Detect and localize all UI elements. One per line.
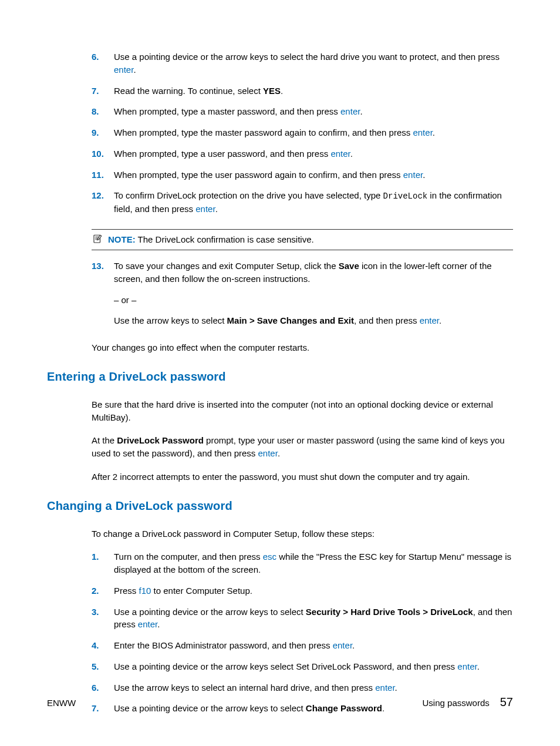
key-enter: enter: [138, 619, 157, 629]
ordered-list-1-cont: 13. To save your changes and exit Comput…: [92, 260, 513, 327]
ordered-list-2: 1. Turn on the computer, and then press …: [92, 550, 513, 715]
note-label: NOTE:: [108, 234, 136, 244]
step-text: When prompted, type a user password, and…: [114, 149, 330, 159]
list-item: 1. Turn on the computer, and then press …: [92, 550, 513, 576]
step-text: Read the warning. To continue, select: [114, 86, 263, 96]
step-number: 12.: [92, 189, 104, 202]
step-number: 1.: [92, 550, 99, 563]
key-enter: enter: [258, 448, 278, 458]
bold-text: YES: [263, 86, 281, 96]
note-text: The DriveLock confirmation is case sensi…: [136, 234, 314, 244]
key-enter: enter: [375, 683, 394, 693]
key-enter: enter: [114, 65, 133, 75]
step-number: 5.: [92, 660, 99, 673]
list-item: 8. When prompted, type a master password…: [92, 105, 513, 118]
bold-text: Save: [339, 261, 359, 271]
body-paragraph: After 2 incorrect attempts to enter the …: [92, 471, 513, 483]
footer-right: Using passwords 57: [423, 694, 513, 711]
key-enter: enter: [403, 170, 423, 180]
text: .: [278, 448, 280, 458]
step-number: 13.: [92, 260, 104, 273]
note-container: NOTE: The DriveLock confirmation is case…: [92, 229, 513, 250]
key-enter: enter: [457, 661, 477, 671]
step-text: Use the arrow keys to select an internal…: [114, 683, 375, 693]
bold-text: Main > Save Changes and Exit: [227, 315, 354, 325]
body-paragraph: At the DriveLock Password prompt, type y…: [92, 434, 513, 460]
heading-entering-drivelock: Entering a DriveLock password: [47, 368, 513, 385]
step-text: Use the arrow keys to select: [114, 315, 227, 325]
step-text: .: [477, 661, 480, 671]
body-paragraph: Your changes go into effect when the com…: [92, 341, 513, 354]
step-number: 7.: [92, 85, 99, 98]
step-number: 6.: [92, 51, 99, 63]
step-text: To confirm DriveLock protection on the d…: [114, 190, 383, 200]
bold-text: DriveLock Password: [117, 435, 204, 445]
step-number: 8.: [92, 105, 99, 118]
note-icon: [92, 234, 103, 244]
key-enter: enter: [420, 315, 439, 325]
heading-changing-drivelock: Changing a DriveLock password: [47, 498, 513, 515]
key-enter: enter: [195, 204, 215, 214]
page-footer: ENWW Using passwords 57: [47, 694, 513, 711]
step-text: When prompted, type a master password, a…: [114, 106, 340, 116]
step-text: , and then press: [354, 315, 420, 325]
note-box: NOTE: The DriveLock confirmation is case…: [92, 229, 513, 250]
step-text: When prompted, type the master password …: [114, 127, 413, 137]
or-divider: – or –: [114, 294, 513, 307]
step-text: .: [439, 315, 441, 325]
list-item: 4. Enter the BIOS Administrator password…: [92, 639, 513, 652]
bold-text: Security > Hard Drive Tools > DriveLock: [306, 607, 473, 617]
step-text: .: [433, 127, 435, 137]
step-text: .: [281, 86, 283, 96]
step-text: .: [395, 683, 397, 693]
list-item: 13. To save your changes and exit Comput…: [92, 260, 513, 327]
step-number: 4.: [92, 639, 99, 652]
list-item: 7. Read the warning. To continue, select…: [92, 85, 513, 98]
step-text: .: [133, 65, 136, 75]
step-text: .: [360, 106, 362, 116]
note-content: NOTE: The DriveLock confirmation is case…: [108, 233, 314, 246]
key-f10: f10: [139, 586, 151, 596]
step-text: Use a pointing device or the arrow keys …: [114, 661, 457, 671]
step-text: .: [352, 640, 355, 650]
step-text: When prompted, type the user password ag…: [114, 170, 403, 180]
step-alt: Use the arrow keys to select Main > Save…: [114, 314, 513, 327]
key-esc: esc: [263, 552, 276, 562]
step-number: 10.: [92, 147, 104, 160]
key-enter: enter: [413, 127, 432, 137]
ordered-list-1: 6. Use a pointing device or the arrow ke…: [92, 51, 513, 215]
step-text: Use a pointing device or the arrow keys …: [114, 607, 306, 617]
step-text: .: [350, 149, 353, 159]
step-text: To save your changes and exit Computer S…: [114, 261, 339, 271]
step-number: 2.: [92, 584, 99, 597]
list-item: 10. When prompted, type a user password,…: [92, 147, 513, 160]
step-text: Turn on the computer, and then press: [114, 552, 263, 562]
body-paragraph: Be sure that the hard drive is inserted …: [92, 398, 513, 424]
list-item: 3. Use a pointing device or the arrow ke…: [92, 606, 513, 631]
key-enter: enter: [333, 640, 352, 650]
step-number: 3.: [92, 606, 99, 619]
mono-text: DriveLock: [383, 191, 428, 201]
page-number: 57: [500, 694, 513, 711]
footer-left: ENWW: [47, 697, 76, 710]
step-number: 6.: [92, 681, 99, 694]
list-item: 6. Use a pointing device or the arrow ke…: [92, 51, 513, 76]
step-text: .: [423, 170, 425, 180]
list-item: 9. When prompted, type the master passwo…: [92, 126, 513, 139]
list-item: 11. When prompted, type the user passwor…: [92, 169, 513, 182]
step-number: 11.: [92, 169, 104, 182]
step-text: Use a pointing device or the arrow keys …: [114, 52, 500, 62]
key-enter: enter: [330, 149, 350, 159]
step-text: .: [157, 619, 160, 629]
footer-section: Using passwords: [423, 697, 490, 710]
body-paragraph: To change a DriveLock password in Comput…: [92, 527, 513, 540]
list-item: 2. Press f10 to enter Computer Setup.: [92, 584, 513, 597]
key-enter: enter: [340, 106, 360, 116]
step-text: Enter the BIOS Administrator password, a…: [114, 640, 333, 650]
list-item: 5. Use a pointing device or the arrow ke…: [92, 660, 513, 673]
list-item: 6. Use the arrow keys to select an inter…: [92, 681, 513, 694]
step-text: .: [215, 204, 218, 214]
text: At the: [92, 435, 117, 445]
page-content: 6. Use a pointing device or the arrow ke…: [47, 51, 513, 715]
step-number: 9.: [92, 126, 99, 139]
